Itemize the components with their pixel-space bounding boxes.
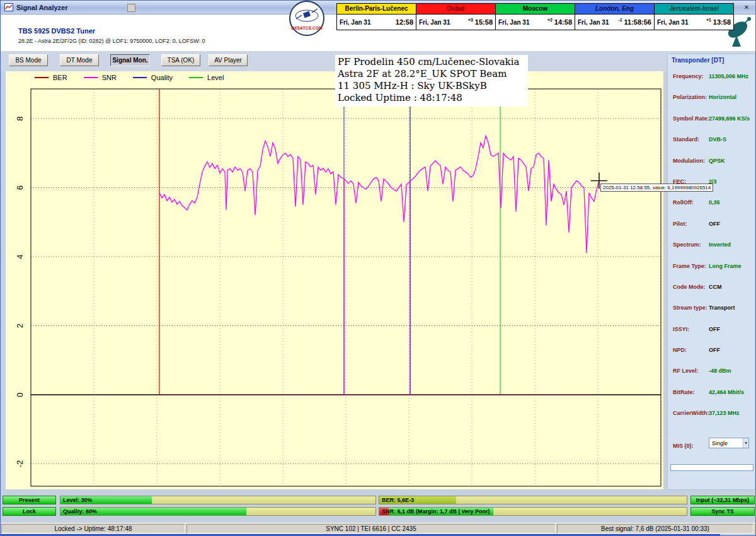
transponder-row: Symbol Rate:27499,696 KS/s bbox=[668, 113, 755, 134]
lock-label: Lock bbox=[23, 508, 36, 515]
indicator-bars: Present Level: 30% BER: 5,6E-3 Input (~3… bbox=[1, 494, 756, 521]
mis-row: MIS (0): Single ▾ bbox=[673, 439, 753, 450]
param-label: Code Mode: bbox=[673, 284, 706, 290]
ber-bar: BER: 5,6E-3 bbox=[379, 496, 687, 504]
legend-label: SNR bbox=[102, 74, 117, 81]
logo-text: DXSATCS.COM bbox=[290, 26, 323, 30]
param-label: ISSYI: bbox=[673, 326, 689, 332]
clock-berlin-paris-lu-enec: Berlin-Paris-LučenecFri, Jan 3112:58 bbox=[337, 3, 416, 30]
legend-label: Quality bbox=[151, 74, 173, 81]
signal-analyzer-window: Signal Analyzer ✕ TBS 5925 DVBS2 Tuner 2… bbox=[0, 0, 756, 536]
param-value: 27499,696 KS/s bbox=[709, 115, 750, 122]
param-label: Pilot: bbox=[673, 221, 687, 227]
transponder-row: NPD:OFF bbox=[668, 344, 755, 365]
titlebar-small-button[interactable] bbox=[127, 4, 135, 12]
transponder-row: RollOff:0,35 bbox=[668, 197, 755, 218]
transponder-row: Stream type:Transport bbox=[668, 302, 755, 323]
transponder-rows: Frequency:11305,006 MHzPolarization:Hori… bbox=[668, 71, 755, 429]
y-tick-label: 6 bbox=[15, 185, 25, 190]
quality-label: Quality: 60% bbox=[63, 508, 97, 515]
sync-ts-indicator: Sync TS bbox=[690, 507, 755, 516]
clock-time-row: Fri, Jan 31+214:58 bbox=[496, 15, 575, 30]
transponder-row: Frame Type:Long Frame bbox=[668, 260, 755, 281]
transponder-panel: Transponder [DT] Frequency:11305,006 MHz… bbox=[667, 54, 755, 490]
lock-indicator: Lock bbox=[3, 507, 56, 516]
param-label: Stream type: bbox=[673, 305, 707, 311]
clock-time-row: Fri, Jan 31+113:58 bbox=[655, 15, 733, 30]
tab-bs-mode[interactable]: BS Mode bbox=[9, 54, 48, 66]
tab-signal-mon[interactable]: Signal Mon. bbox=[110, 54, 150, 66]
param-label: Spectrum: bbox=[673, 242, 701, 248]
transponder-title: Transponder [DT] bbox=[672, 57, 724, 64]
param-value: CCM bbox=[709, 284, 722, 290]
clock-moscow: MoscowFri, Jan 31+214:58 bbox=[496, 3, 575, 30]
clock-date: Fri, Jan 31 bbox=[578, 19, 609, 26]
param-label: Symbol Rate: bbox=[673, 115, 709, 122]
param-value: Long Frame bbox=[709, 263, 742, 269]
legend-snr: SNR bbox=[84, 74, 117, 81]
legend-line-icon bbox=[35, 77, 49, 78]
transponder-row: Spectrum:Inverted bbox=[668, 239, 755, 260]
close-button[interactable]: ✕ bbox=[742, 3, 752, 12]
tab-tsa-ok[interactable]: TSA (OK) bbox=[161, 54, 200, 66]
param-label: CarrierWidth: bbox=[673, 410, 709, 416]
legend-line-icon bbox=[133, 77, 147, 78]
tab-dt-mode[interactable]: DT Mode bbox=[60, 54, 99, 66]
status-sync-counters: SYNC 102 | TEI 6616 | CC 2435 bbox=[186, 524, 556, 533]
quality-bar: Quality: 60% bbox=[60, 507, 376, 516]
level-bar: Level: 30% bbox=[60, 496, 376, 504]
mis-label: MIS (0): bbox=[673, 443, 694, 449]
snr-label: SNR: 6,1 dB (Margin: 1,7 dB | Very Poor) bbox=[382, 508, 490, 515]
param-label: BitRate: bbox=[673, 389, 695, 395]
y-tick-label: -2 bbox=[15, 460, 25, 468]
clock-date: Fri, Jan 31 bbox=[498, 19, 529, 26]
transponder-row: Pilot:OFF bbox=[668, 218, 755, 239]
tab-av-player[interactable]: AV Player bbox=[209, 54, 248, 66]
chart-legend: BERSNRQualityLevel bbox=[35, 74, 224, 81]
clock-city-label: Jerusalem-Israel bbox=[655, 4, 733, 15]
chart-panel: BERSNRQualityLevel 86420-2 bbox=[6, 71, 663, 489]
mis-select[interactable]: Single ▾ bbox=[709, 438, 749, 448]
present-label: Present bbox=[19, 497, 40, 503]
clock-offset: -1 bbox=[618, 18, 622, 22]
sync-ts-label: Sync TS bbox=[711, 508, 734, 515]
param-value: OFF bbox=[709, 326, 720, 332]
legend-label: Level bbox=[207, 74, 224, 81]
legend-quality: Quality bbox=[133, 74, 173, 81]
clock-city-label: Berlin-Paris-Lučenec bbox=[337, 4, 416, 15]
clock-time: 15:58 bbox=[475, 18, 493, 26]
transponder-row: Modulation:QPSK bbox=[668, 155, 755, 176]
clock-offset: +1 bbox=[706, 18, 711, 22]
clock-date: Fri, Jan 31 bbox=[340, 19, 370, 26]
clock-city-label: London, Eng bbox=[575, 4, 654, 15]
param-value: 42,464 Mbit/s bbox=[709, 389, 744, 395]
clock-time: 13:58 bbox=[713, 18, 731, 26]
transponder-row: Polarization:Horizontal bbox=[668, 91, 755, 112]
clock-offset: +2 bbox=[547, 18, 553, 22]
param-label: Frame Type: bbox=[673, 263, 706, 269]
legend-line-icon bbox=[189, 77, 203, 78]
param-label: Modulation: bbox=[673, 158, 705, 164]
chart-tooltip: 2025-01-31 12.58.55, value: 6,1999998092… bbox=[600, 184, 713, 192]
info-line-satellite: Astra 2F at 28.2°E_UK SPOT Beam bbox=[338, 68, 519, 80]
mis-value: Single bbox=[712, 440, 728, 446]
param-value: Transport bbox=[709, 305, 735, 311]
param-value: 37,123 MHz bbox=[709, 410, 740, 416]
param-label: Standard: bbox=[673, 136, 699, 143]
signal-chart[interactable]: 86420-2 bbox=[6, 71, 663, 489]
dxsatcs-logo: DXSATCS.COM bbox=[289, 1, 324, 36]
legend-line-icon bbox=[84, 77, 98, 78]
tuner-name: TBS 5925 DVBS2 Tuner bbox=[18, 27, 95, 35]
transponder-row: RF Level:-48 dBm bbox=[668, 365, 755, 386]
info-line-dish: PF Prodelin 450 cm/Lučenec-Slovakia bbox=[338, 56, 519, 68]
param-value: Inverted bbox=[709, 242, 731, 248]
param-value: 11305,006 MHz bbox=[709, 73, 748, 79]
mini-progress-bar bbox=[670, 464, 753, 471]
param-value: -48 dBm bbox=[709, 368, 731, 374]
param-value: QPSK bbox=[709, 158, 725, 164]
param-value: OFF bbox=[709, 347, 720, 353]
chevron-down-icon: ▾ bbox=[743, 438, 748, 448]
app-icon bbox=[4, 3, 13, 11]
param-label: Polarization: bbox=[673, 94, 707, 100]
clock-time-row: Fri, Jan 31-111:58:56 bbox=[575, 15, 654, 30]
